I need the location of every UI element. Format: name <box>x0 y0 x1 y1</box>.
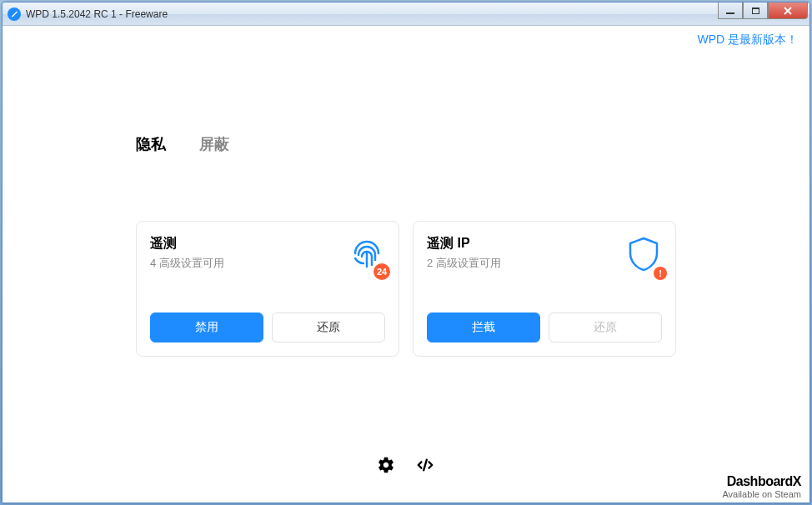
window-title: WPD 1.5.2042 RC 1 - Freeware <box>26 8 168 20</box>
brand-subtitle: Available on Steam <box>722 489 801 499</box>
tab-block[interactable]: 屏蔽 <box>199 134 229 154</box>
restore-button[interactable]: 还原 <box>272 312 385 342</box>
badge-count: 24 <box>373 263 390 280</box>
minimize-button[interactable] <box>718 2 743 19</box>
brand-name: DashboardX <box>722 474 801 489</box>
block-button[interactable]: 拦截 <box>427 312 540 342</box>
update-status-link[interactable]: WPD 是最新版本！ <box>697 32 798 48</box>
tabs: 隐私 屏蔽 <box>136 134 676 154</box>
fingerprint-icon: 24 <box>347 233 387 277</box>
maximize-button[interactable] <box>743 2 768 19</box>
titlebar: WPD 1.5.2042 RC 1 - Freeware <box>3 2 809 26</box>
tab-privacy[interactable]: 隐私 <box>136 134 166 154</box>
disable-button[interactable]: 禁用 <box>150 312 263 342</box>
restore-button[interactable]: 还原 <box>549 312 662 342</box>
app-icon <box>8 8 21 21</box>
svg-line-0 <box>424 460 427 471</box>
card-telemetry[interactable]: 遥测 4 高级设置可用 24 <box>136 221 399 357</box>
badge-alert: ! <box>654 267 667 280</box>
card-telemetry-ip[interactable]: 遥测 IP 2 高级设置可用 ! 拦截 还原 <box>413 221 676 357</box>
close-button[interactable] <box>768 2 808 19</box>
shield-icon: ! <box>624 233 664 277</box>
footer-brand[interactable]: DashboardX Available on Steam <box>722 474 801 499</box>
code-icon[interactable] <box>415 456 435 478</box>
gear-icon[interactable] <box>377 456 395 478</box>
